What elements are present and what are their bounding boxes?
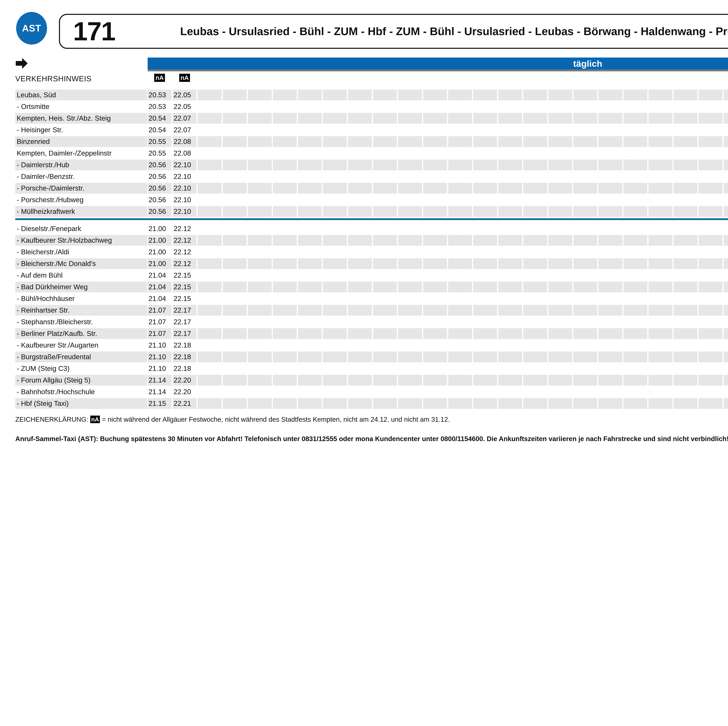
departure-time: 22.12 [174,247,197,257]
table-row: - Ortsmitte 20.53 22.05 [15,101,728,112]
stop-name: - Bleicherstr./Aldi [17,247,146,257]
departure-time: 21.10 [148,351,172,362]
stop-name: Kempten, Daimler-/Zeppelinstr [17,148,146,159]
stop-name: - Porsche-/Daimlerstr. [17,183,146,194]
departure-time: 22.07 [174,113,197,124]
verkehrshinweis-label: VERKEHRSHINWEIS [15,74,92,83]
departure-time: 22.10 [174,183,197,194]
departure-time: 20.55 [148,136,172,147]
departure-time: 20.56 [148,183,172,194]
table-row: - Berliner Platz/Kaufb. Str. 21.07 22.17 [15,328,728,339]
column-flag-label: nA [180,74,189,81]
departure-time: 21.14 [148,386,172,397]
stop-name: Binzenried [17,136,146,147]
table-row: - Forum Allgäu (Steig 5) 21.14 22.20 [15,375,728,386]
table-row: - Porsche-/Daimlerstr. 20.56 22.10 [15,183,728,194]
departure-time: 21.07 [148,305,172,316]
departure-time: 21.07 [148,317,172,327]
departure-time: 22.18 [174,351,197,362]
table-row: - Dieselstr./Fenepark 21.00 22.12 [15,223,728,234]
departure-time: 20.53 [148,101,172,112]
table-row: - Hbf (Steig Taxi) 21.15 22.21 [15,398,728,409]
departure-time: 22.17 [174,328,197,339]
stop-name: - Auf dem Bühl [17,270,146,281]
na-flag-badge: nA [90,416,100,423]
ast-booking-note: Anruf-Sammel-Taxi (AST): Buchung spätest… [15,435,728,443]
departure-time: 22.05 [174,101,197,112]
departure-time: 22.15 [174,282,197,293]
stop-name: - Müllheizkraftwerk [17,206,146,217]
departure-time: 20.53 [148,90,172,100]
table-row: - Burgstraße/Freudental 21.10 22.18 [15,351,728,362]
table-row: - Auf dem Bühl 21.04 22.15 [15,270,728,281]
service-days-label: täglich [573,58,603,69]
departure-time: 21.04 [148,282,172,293]
departure-time: 20.56 [148,159,172,170]
timetable-page: AST 171 Leubas - Ursulasried - Bühl - ZU… [0,0,728,726]
stop-name: Kempten, Heis. Str./Abz. Steig [17,113,146,124]
departure-time: 20.56 [148,206,172,217]
departure-time: 22.20 [174,375,197,386]
stop-name: - Dieselstr./Fenepark [17,223,146,234]
departure-time: 22.08 [174,136,197,147]
departure-time: 22.17 [174,305,197,316]
column-flag-label: nA [156,74,164,81]
departure-time: 22.07 [174,124,197,135]
departure-time: 21.04 [148,270,172,281]
stop-name: - Kaufbeurer Str./Augarten [17,340,146,351]
table-row: - Daimlerstr./Hub 20.56 22.10 [15,159,728,170]
stop-name: - Ortsmitte [17,101,146,112]
departure-time: 20.56 [148,195,172,205]
stop-name: - Forum Allgäu (Steig 5) [17,375,146,386]
departure-time: 22.15 [174,270,197,281]
departure-time: 21.10 [148,340,172,351]
departure-time: 21.04 [148,293,172,304]
departure-time: 20.56 [148,171,172,182]
stop-name: - ZUM (Steig C3) [17,363,146,374]
column-flag-badge: nA [179,74,190,82]
column-flag-badge: nA [154,74,165,82]
legend-text: = nicht während der Allgäuer Festwoche, … [102,415,450,423]
table-row: - Daimler-/Benzstr. 20.56 22.10 [15,171,728,182]
departure-time: 22.10 [174,206,197,217]
departure-time: 20.55 [148,148,172,159]
departure-time: 21.00 [148,258,172,269]
stop-name: - Berliner Platz/Kaufb. Str. [17,328,146,339]
departure-time: 22.12 [174,258,197,269]
departure-time: 22.12 [174,223,197,234]
departure-time: 20.54 [148,113,172,124]
departure-time: 22.17 [174,317,197,327]
table-row: - Porschestr./Hubweg 20.56 22.10 [15,195,728,205]
table-row: - Bad Dürkheimer Weg 21.04 22.15 [15,282,728,293]
departure-time: 21.14 [148,375,172,386]
table-row: - Heisinger Str. 20.54 22.07 [15,124,728,135]
table-row: Kempten, Heis. Str./Abz. Steig 20.54 22.… [15,113,728,124]
table-row: - Bleicherstr./Aldi 21.00 22.12 [15,247,728,257]
departure-time: 22.15 [174,293,197,304]
departure-time: 20.54 [148,124,172,135]
table-row: - Müllheizkraftwerk 20.56 22.10 [15,206,728,217]
table-row: - Bleicherstr./Mc Donald's 21.00 22.12 [15,258,728,269]
stop-name: - Stephanstr./Bleicherstr. [17,317,146,327]
departure-time: 22.21 [174,398,197,409]
legend: ZEICHENERKLÄRUNG: nA = nicht während der… [15,415,450,423]
stop-name: - Bleicherstr./Mc Donald's [17,258,146,269]
departure-time: 21.07 [148,328,172,339]
departure-time: 22.12 [174,235,197,246]
route-number: 171 [73,15,115,48]
departure-time: 22.05 [174,90,197,100]
ast-service-badge: AST [16,12,47,44]
departure-time: 22.10 [174,171,197,182]
stop-name: - Hbf (Steig Taxi) [17,398,146,409]
table-row: - Reinhartser Str. 21.07 22.17 [15,305,728,316]
ast-badge-label: AST [22,23,41,34]
stop-name: - Daimlerstr./Hub [17,159,146,170]
departure-time: 21.15 [148,398,172,409]
table-row: - Kaufbeurer Str./Holzbachweg 21.00 22.1… [15,235,728,246]
stop-name: - Bad Dürkheimer Weg [17,282,146,293]
departure-time: 21.00 [148,247,172,257]
table-row: - ZUM (Steig C3) 21.10 22.18 [15,363,728,374]
departure-time: 22.10 [174,195,197,205]
table-row: - Bühl/Hochhäuser 21.04 22.15 [15,293,728,304]
stop-name: - Bühl/Hochhäuser [17,293,146,304]
